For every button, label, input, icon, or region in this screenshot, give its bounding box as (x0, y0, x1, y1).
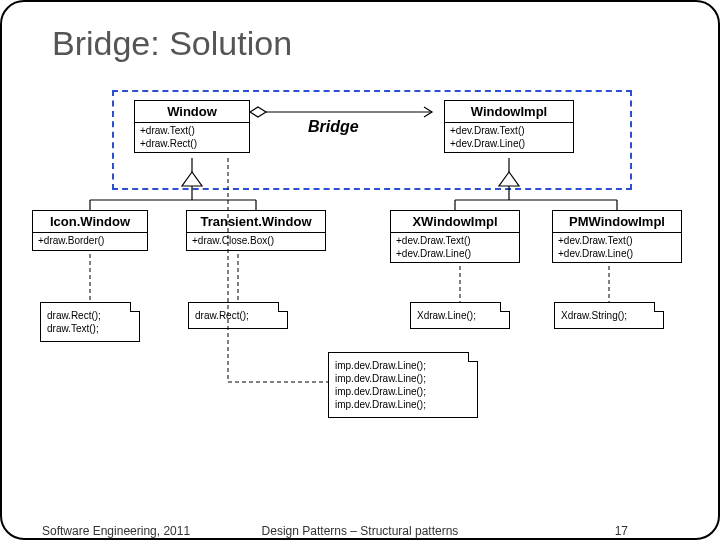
class-name: PMWindowImpl (553, 211, 681, 233)
class-windowimpl: WindowImpl +dev.Draw.Text() +dev.Draw.Li… (444, 100, 574, 153)
note-xwindowimpl: Xdraw.Line(); (410, 302, 510, 329)
note-fold-icon (130, 302, 140, 312)
note-fold-icon (468, 352, 478, 362)
class-ops: +draw.Close.Box() (187, 233, 325, 250)
footer-center: Design Patterns – Structural patterns (2, 524, 718, 538)
class-ops: +dev.Draw.Text() +dev.Draw.Line() (391, 233, 519, 262)
note-window-imp: imp.dev.Draw.Line(); imp.dev.Draw.Line()… (328, 352, 478, 418)
note-transientwindow: draw.Rect(); (188, 302, 288, 329)
bridge-label: Bridge (308, 118, 359, 136)
class-pmwindowimpl: PMWindowImpl +dev.Draw.Text() +dev.Draw.… (552, 210, 682, 263)
class-ops: +dev.Draw.Text() +dev.Draw.Line() (445, 123, 573, 152)
note-fold-icon (654, 302, 664, 312)
class-name: Icon.Window (33, 211, 147, 233)
note-fold-icon (500, 302, 510, 312)
class-ops: +dev.Draw.Text() +dev.Draw.Line() (553, 233, 681, 262)
class-name: Window (135, 101, 249, 123)
class-ops: +draw.Text() +draw.Rect() (135, 123, 249, 152)
class-name: WindowImpl (445, 101, 573, 123)
slide-title: Bridge: Solution (52, 24, 292, 63)
note-pmwindowimpl: Xdraw.String(); (554, 302, 664, 329)
class-transientwindow: Transient.Window +draw.Close.Box() (186, 210, 326, 251)
class-xwindowimpl: XWindowImpl +dev.Draw.Text() +dev.Draw.L… (390, 210, 520, 263)
class-name: XWindowImpl (391, 211, 519, 233)
diagram-canvas: Bridge Window +draw.Text() +draw.Rect() … (32, 82, 692, 482)
note-iconwindow: draw.Rect(); draw.Text(); (40, 302, 140, 342)
class-ops: +draw.Border() (33, 233, 147, 250)
class-iconwindow: Icon.Window +draw.Border() (32, 210, 148, 251)
class-window: Window +draw.Text() +draw.Rect() (134, 100, 250, 153)
class-name: Transient.Window (187, 211, 325, 233)
footer-page-number: 17 (615, 524, 628, 538)
note-fold-icon (278, 302, 288, 312)
